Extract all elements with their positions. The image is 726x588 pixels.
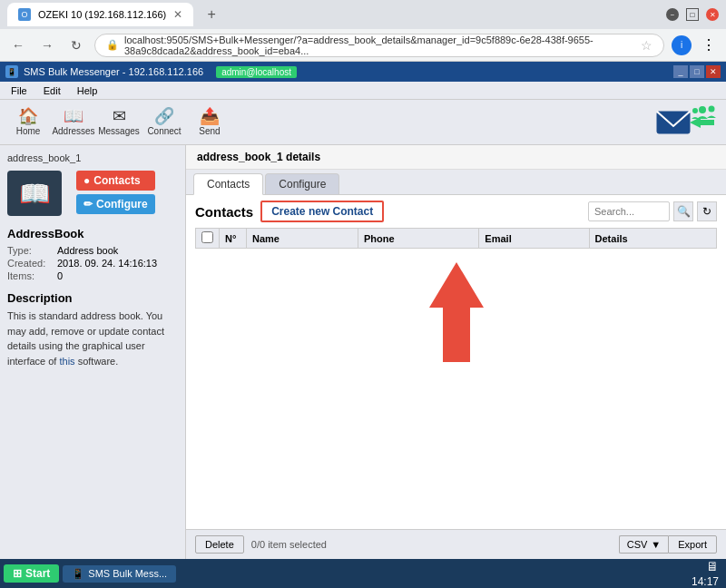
app-window: 📱 SMS Bulk Messenger - 192.168.112.166 a… xyxy=(0,62,726,559)
taskbar-monitor-icon: 🖥 xyxy=(692,559,719,573)
type-value: Address book xyxy=(57,244,178,257)
sidebar-info: AddressBook Type: Address book Created: … xyxy=(7,227,178,282)
svg-point-2 xyxy=(699,106,706,113)
items-label: Items: xyxy=(7,270,57,282)
menu-file[interactable]: File xyxy=(4,83,34,98)
col-phone: Phone xyxy=(358,229,478,249)
sidebar: address_book_1 📖 ● Contacts ✏ Configure … xyxy=(0,145,186,559)
sidebar-actions: ● Contacts ✏ Configure xyxy=(76,171,155,214)
search-input[interactable] xyxy=(588,201,670,221)
toolbar-send-btn[interactable]: 📤 Send xyxy=(189,103,231,142)
toolbar-home-label: Home xyxy=(16,126,41,136)
tab-title: OZEKI 10 (192.168.112.166) xyxy=(38,9,166,20)
browser-tab[interactable]: O OZEKI 10 (192.168.112.166) ✕ xyxy=(7,3,193,26)
minimize-icon[interactable]: − xyxy=(666,8,679,21)
forward-button[interactable]: → xyxy=(36,34,58,56)
close-icon[interactable]: ✕ xyxy=(706,8,719,21)
contacts-table: N° Name Phone Email Details xyxy=(195,228,717,249)
main-content: address_book_1 📖 ● Contacts ✏ Configure … xyxy=(0,145,726,559)
taskbar-app-btn[interactable]: 📱 SMS Bulk Mess... xyxy=(63,565,176,583)
home-icon: 🏠 xyxy=(18,108,38,124)
created-label: Created: xyxy=(7,257,57,270)
toolbar-connect-label: Connect xyxy=(147,126,181,136)
bookmark-icon[interactable]: ☆ xyxy=(641,38,652,53)
app-restore-btn[interactable]: □ xyxy=(690,65,704,78)
back-button[interactable]: ← xyxy=(7,34,29,56)
export-button[interactable]: Export xyxy=(668,535,717,554)
item-status: 0/0 item selected xyxy=(251,539,327,550)
table-area: Contacts Create new Contact 🔍 ↻ xyxy=(186,195,726,559)
start-button[interactable]: ⊞ Start xyxy=(4,564,59,583)
sidebar-breadcrumb: address_book_1 xyxy=(7,152,178,163)
table-toolbar: Contacts Create new Contact 🔍 ↻ xyxy=(186,195,726,228)
tab-configure[interactable]: Configure xyxy=(265,173,339,194)
tab-close-btn[interactable]: ✕ xyxy=(173,8,182,21)
export-area: CSV ▼ Export xyxy=(619,535,717,554)
info-row-type: Type: Address book xyxy=(7,244,178,257)
toolbar-connect-btn[interactable]: 🔗 Connect xyxy=(143,103,185,142)
app-logo xyxy=(655,103,719,142)
svg-point-3 xyxy=(709,105,715,112)
table-title: Contacts xyxy=(195,204,253,220)
description-title: Description xyxy=(7,291,178,305)
address-bar[interactable]: 🔒 localhost:9505/SMS+Bulk+Messenger/?a=a… xyxy=(94,34,664,57)
start-icon: ⊞ xyxy=(13,567,22,580)
toolbar-addresses-btn[interactable]: 📖 Addresses xyxy=(53,103,94,142)
send-icon: 📤 xyxy=(200,108,220,124)
items-value: 0 xyxy=(57,270,178,282)
header-row: N° Name Phone Email Details xyxy=(196,229,717,249)
profile-avatar[interactable]: i xyxy=(672,35,692,55)
description-link[interactable]: this xyxy=(59,356,74,367)
tab-favicon: O xyxy=(18,8,31,21)
taskbar-app-icon: 📱 xyxy=(72,568,84,580)
tab-contacts[interactable]: Contacts xyxy=(193,173,263,195)
menu-edit[interactable]: Edit xyxy=(36,83,68,98)
toolbar-messages-label: Messages xyxy=(98,126,140,136)
app-window-controls: _ □ ✕ xyxy=(673,65,721,78)
app-minimize-btn[interactable]: _ xyxy=(673,65,688,78)
messages-icon: ✉ xyxy=(113,108,126,124)
toolbar-send-label: Send xyxy=(199,126,220,136)
extensions-icon[interactable]: ⋮ xyxy=(699,35,719,55)
created-value: 2018. 09. 24. 14:16:13 xyxy=(57,257,178,270)
info-row-items: Items: 0 xyxy=(7,270,178,282)
toolbar-home-btn[interactable]: 🏠 Home xyxy=(7,103,49,142)
app-icon: 📱 xyxy=(5,65,18,78)
new-tab-button[interactable]: + xyxy=(201,4,222,25)
contacts-icon-small: ● xyxy=(83,174,90,187)
info-table: Type: Address book Created: 2018. 09. 24… xyxy=(7,244,178,282)
secure-icon: 🔒 xyxy=(106,39,119,51)
bottom-bar: Delete 0/0 item selected CSV ▼ Export xyxy=(186,529,726,559)
app-close-btn[interactable]: ✕ xyxy=(706,65,721,78)
panel-header: address_book_1 details xyxy=(186,145,726,170)
description-text: This is standard address book. You may a… xyxy=(7,309,178,368)
toolbar: 🏠 Home 📖 Addresses ✉ Messages 🔗 Connect … xyxy=(0,100,726,145)
delete-button[interactable]: Delete xyxy=(195,535,244,554)
dropdown-arrow-icon: ▼ xyxy=(651,539,661,550)
menu-help[interactable]: Help xyxy=(70,83,105,98)
address-book-icon: 📖 xyxy=(7,171,62,216)
admin-badge: admin@localhost xyxy=(216,66,297,78)
csv-dropdown-btn[interactable]: CSV ▼ xyxy=(619,535,669,554)
menubar: File Edit Help xyxy=(0,82,726,100)
configure-action-btn[interactable]: ✏ Configure xyxy=(76,194,155,214)
browser-titlebar: O OZEKI 10 (192.168.112.166) ✕ + − □ ✕ xyxy=(0,0,726,29)
select-all-checkbox[interactable] xyxy=(201,231,213,243)
connect-icon: 🔗 xyxy=(154,108,174,124)
svg-marker-5 xyxy=(429,262,484,362)
create-contact-btn[interactable]: Create new Contact xyxy=(260,201,384,222)
refresh-button[interactable]: ↻ xyxy=(697,201,717,221)
taskbar-time: 🖥 14:17 xyxy=(692,559,722,588)
data-table: N° Name Phone Email Details xyxy=(186,228,726,529)
toolbar-messages-btn[interactable]: ✉ Messages xyxy=(98,103,140,142)
toolbar-addresses-label: Addresses xyxy=(52,126,94,136)
tabs-bar: Contacts Configure xyxy=(186,170,726,195)
search-area: 🔍 ↻ xyxy=(588,201,717,221)
contacts-action-btn[interactable]: ● Contacts xyxy=(76,171,155,191)
search-button[interactable]: 🔍 xyxy=(673,201,693,221)
table-header: N° Name Phone Email Details xyxy=(196,229,717,249)
reload-button[interactable]: ↻ xyxy=(65,34,87,56)
maximize-icon[interactable]: □ xyxy=(686,8,699,21)
browser-addressbar: ← → ↻ 🔒 localhost:9505/SMS+Bulk+Messenge… xyxy=(0,29,726,62)
right-panel: address_book_1 details Contacts Configur… xyxy=(186,145,726,559)
